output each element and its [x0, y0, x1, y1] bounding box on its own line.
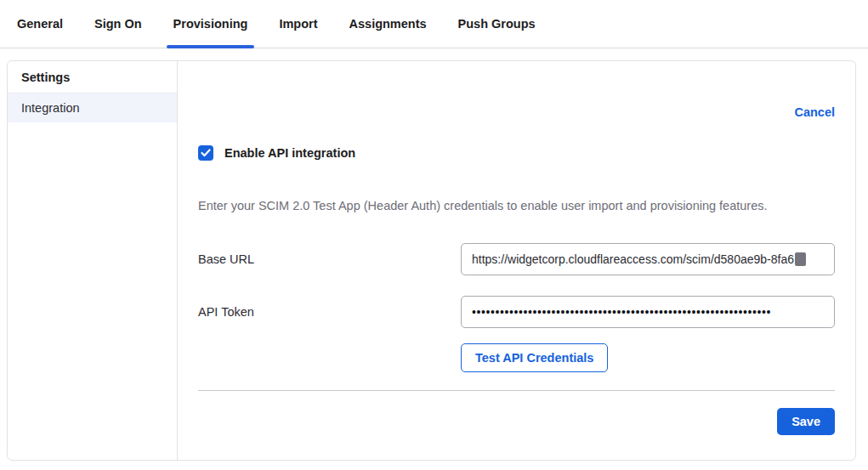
api-token-value: ••••••••••••••••••••••••••••••••••••••••… [472, 305, 771, 319]
save-button[interactable]: Save [777, 408, 835, 435]
test-button-wrap: Test API Credentials [461, 343, 835, 372]
tab-provisioning[interactable]: Provisioning [173, 0, 248, 48]
text-cursor-selection [795, 252, 806, 266]
settings-sidebar: Settings Integration [8, 61, 178, 460]
tab-push-groups[interactable]: Push Groups [458, 0, 536, 48]
app-tabbar: General Sign On Provisioning Import Assi… [0, 0, 868, 48]
test-credentials-row: Test API Credentials [198, 343, 835, 372]
cancel-row: Cancel [198, 61, 835, 119]
cancel-link[interactable]: Cancel [794, 105, 835, 119]
tab-assignments[interactable]: Assignments [349, 0, 427, 48]
sidebar-item-integration[interactable]: Integration [8, 93, 177, 122]
footer-divider [198, 390, 835, 391]
checkmark-icon [201, 149, 211, 157]
tab-sign-on[interactable]: Sign On [94, 0, 142, 48]
test-api-credentials-button[interactable]: Test API Credentials [461, 343, 608, 372]
provisioning-card: Settings Integration Cancel Enable API i… [7, 60, 856, 461]
api-token-input[interactable]: ••••••••••••••••••••••••••••••••••••••••… [461, 296, 835, 328]
save-row: Save [198, 408, 835, 435]
base-url-input[interactable]: https://widgetcorp.cloudflareaccess.com/… [461, 243, 835, 275]
base-url-row: Base URL https://widgetcorp.cloudflareac… [198, 243, 835, 275]
sidebar-header: Settings [8, 61, 177, 93]
enable-api-label: Enable API integration [224, 146, 355, 160]
base-url-value: https://widgetcorp.cloudflareaccess.com/… [472, 252, 794, 266]
tab-import[interactable]: Import [279, 0, 317, 48]
credentials-description: Enter your SCIM 2.0 Test App (Header Aut… [198, 199, 835, 212]
api-token-label: API Token [198, 305, 254, 319]
integration-panel: Cancel Enable API integration Enter your… [178, 61, 855, 460]
enable-api-row: Enable API integration [198, 145, 835, 161]
tab-general[interactable]: General [17, 0, 63, 48]
api-token-row: API Token ••••••••••••••••••••••••••••••… [198, 296, 835, 328]
enable-api-checkbox[interactable] [198, 145, 213, 161]
base-url-label: Base URL [198, 252, 254, 266]
